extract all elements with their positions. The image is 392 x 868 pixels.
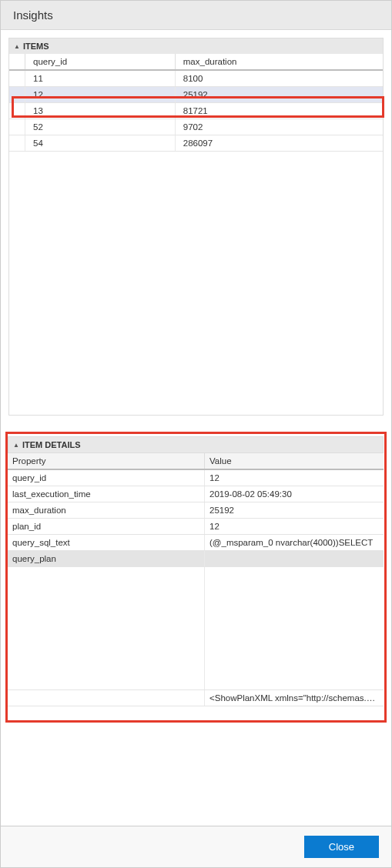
details-table: Property Value query_id12last_execution_… xyxy=(8,452,384,706)
detail-row[interactable]: query_id12 xyxy=(8,469,384,486)
cell-query-id: 11 xyxy=(25,70,176,87)
row-handle xyxy=(9,87,25,103)
cell-value: 12 xyxy=(205,519,384,535)
row-handle xyxy=(9,135,25,152)
details-section-title: ITEM DETAILS xyxy=(22,440,81,449)
cell-property: query_sql_text xyxy=(8,535,205,551)
cell-max-duration: 25192 xyxy=(175,87,383,103)
items-section-title: ITEMS xyxy=(23,42,49,51)
row-handle xyxy=(9,119,25,135)
items-panel: query_id max_duration 118100122519213817… xyxy=(8,54,384,416)
detail-row-gap xyxy=(8,567,384,690)
cell-value: (@_msparam_0 nvarchar(4000))SELECT xyxy=(205,535,384,551)
detail-row-extra[interactable]: <ShowPlanXML xmlns="http://schemas.micro… xyxy=(8,690,384,706)
table-row[interactable]: 1381721 xyxy=(9,103,383,119)
detail-row[interactable]: max_duration25192 xyxy=(8,502,384,519)
collapse-triangle-icon: ▲ xyxy=(13,442,19,449)
detail-row[interactable]: query_sql_text(@_msparam_0 nvarchar(4000… xyxy=(8,535,384,551)
items-col-max-duration[interactable]: max_duration xyxy=(175,54,383,70)
cell-property: last_execution_time xyxy=(8,486,205,502)
details-section-header[interactable]: ▲ ITEM DETAILS xyxy=(8,436,384,452)
detail-row[interactable]: plan_id12 xyxy=(8,519,384,535)
cell-value: <ShowPlanXML xmlns="http://schemas.micro… xyxy=(205,690,384,706)
collapse-triangle-icon: ▲ xyxy=(14,43,20,50)
cell-max-duration: 286097 xyxy=(175,135,383,152)
cell-query-id: 12 xyxy=(25,87,176,103)
cell-property xyxy=(8,690,205,706)
dialog-footer: Close xyxy=(1,826,391,867)
cell-value xyxy=(205,567,384,690)
items-col-query-id[interactable]: query_id xyxy=(25,54,176,70)
cell-query-id: 13 xyxy=(25,103,176,119)
cell-property: query_id xyxy=(8,469,205,486)
cell-query-id: 54 xyxy=(25,135,176,152)
dialog-title: Insights xyxy=(1,1,391,30)
table-row[interactable]: 54286097 xyxy=(9,135,383,152)
cell-property xyxy=(8,567,205,690)
cell-query-id: 52 xyxy=(25,119,176,135)
row-handle xyxy=(9,70,25,87)
row-handle-header xyxy=(9,54,25,70)
cell-max-duration: 9702 xyxy=(175,119,383,135)
detail-row[interactable]: query_plan xyxy=(8,551,384,567)
cell-max-duration: 81721 xyxy=(175,103,383,119)
cell-value: 2019-08-02 05:49:30 xyxy=(205,486,384,502)
row-handle xyxy=(9,103,25,119)
cell-value: 12 xyxy=(205,469,384,486)
cell-property: max_duration xyxy=(8,502,205,519)
cell-max-duration: 8100 xyxy=(175,70,383,87)
items-section-header[interactable]: ▲ ITEMS xyxy=(8,38,384,54)
details-col-property[interactable]: Property xyxy=(8,453,205,470)
cell-value: 25192 xyxy=(205,502,384,519)
cell-property: query_plan xyxy=(8,551,205,567)
details-highlight-annotation: ▲ ITEM DETAILS Property Value query_id12… xyxy=(5,432,387,723)
close-button[interactable]: Close xyxy=(304,836,379,858)
details-col-value[interactable]: Value xyxy=(205,453,384,470)
items-table: query_id max_duration 118100122519213817… xyxy=(9,54,383,152)
detail-row[interactable]: last_execution_time2019-08-02 05:49:30 xyxy=(8,486,384,502)
table-row[interactable]: 529702 xyxy=(9,119,383,135)
table-row[interactable]: 1225192 xyxy=(9,87,383,103)
content-area: ▲ ITEMS query_id max_duration 1181001225… xyxy=(1,30,391,416)
table-row[interactable]: 118100 xyxy=(9,70,383,87)
cell-value xyxy=(205,551,384,567)
cell-property: plan_id xyxy=(8,519,205,535)
